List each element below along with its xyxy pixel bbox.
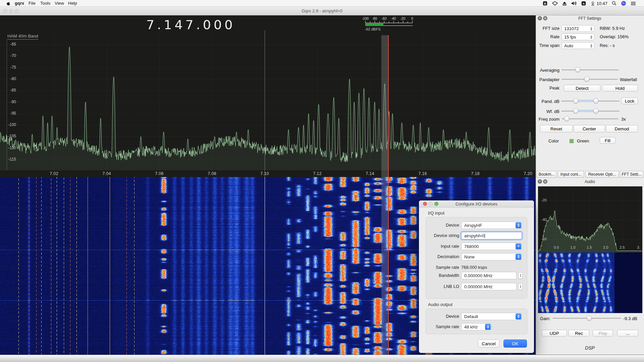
range-low-knob[interactable] bbox=[573, 98, 578, 103]
gain-knob[interactable] bbox=[587, 315, 592, 320]
menu-view[interactable]: View bbox=[55, 1, 64, 6]
dock-tab-bar: Bookm... Input cont... Receiver Opti... … bbox=[536, 171, 644, 178]
input-rate-value: 768000 bbox=[464, 244, 479, 249]
dbfs-tick-label: -40 bbox=[389, 17, 398, 20]
pandapter-waterfall-split-slider[interactable] bbox=[561, 76, 618, 82]
device-label: Device bbox=[426, 222, 459, 229]
pandapter-db-range-slider[interactable] bbox=[561, 98, 620, 104]
stepper-icon[interactable] bbox=[589, 43, 593, 48]
tab-bookmarks[interactable]: Bookm... bbox=[537, 171, 556, 178]
wf-db-label: Wf. dB bbox=[536, 108, 559, 115]
color-value[interactable]: Green bbox=[577, 138, 589, 144]
demod-button[interactable]: Demod bbox=[606, 125, 638, 132]
input-rate-combo[interactable]: 768000 bbox=[461, 243, 522, 250]
volume-icon[interactable] bbox=[571, 1, 577, 6]
clock[interactable]: 10:47 bbox=[591, 1, 607, 6]
more-button[interactable]: ... bbox=[617, 330, 638, 337]
audio-dock-header[interactable]: × Audio bbox=[536, 179, 644, 185]
tab-input-controls[interactable]: Input cont... bbox=[558, 171, 584, 178]
center-button[interactable]: Center bbox=[574, 125, 605, 132]
range-high-knob[interactable] bbox=[593, 98, 598, 103]
averaging-slider-knob[interactable] bbox=[575, 67, 580, 72]
panadapter-spectrum[interactable]: 7.147.000 HAM 40m Band -100-80-60-40-200… bbox=[0, 15, 536, 177]
x-axis-tick: 7.20 bbox=[518, 171, 536, 176]
device-select[interactable]: AirspyHF bbox=[461, 222, 522, 229]
reset-button[interactable]: Reset bbox=[540, 125, 573, 132]
output-device-select[interactable]: Default bbox=[461, 313, 522, 320]
decimation-select[interactable]: None bbox=[461, 253, 522, 260]
fft-settings-header[interactable]: × FFT Settings bbox=[536, 15, 644, 21]
menu-tools[interactable]: Tools bbox=[40, 1, 50, 6]
peak-hold-button[interactable]: Hold bbox=[602, 85, 638, 92]
color-swatch bbox=[570, 139, 574, 143]
fft-size-select[interactable]: 131072 bbox=[561, 25, 594, 32]
stepper-icon[interactable] bbox=[589, 26, 593, 31]
menu-file[interactable]: File bbox=[29, 1, 36, 6]
dialog-titlebar[interactable]: Configure I/O devices bbox=[419, 200, 534, 207]
dc-spike-line bbox=[265, 30, 265, 177]
stepper-icon[interactable] bbox=[516, 313, 521, 319]
window-titlebar[interactable]: Gqrx 2.9 - airspyhf=0 bbox=[0, 7, 644, 15]
rec-button[interactable]: Rec bbox=[569, 330, 589, 337]
audio-spectrum-canvas[interactable] bbox=[538, 186, 642, 252]
cancel-button[interactable]: Cancel bbox=[478, 340, 499, 348]
decimation-value: None bbox=[464, 254, 475, 260]
menu-help[interactable]: Help bbox=[68, 1, 77, 6]
menu-list-icon[interactable] bbox=[631, 1, 636, 6]
siri-icon[interactable] bbox=[621, 1, 626, 6]
range-low-knob[interactable] bbox=[573, 108, 578, 113]
stepper-icon[interactable] bbox=[589, 35, 593, 40]
freq-zoom-knob[interactable] bbox=[564, 116, 569, 121]
bandwidth-input[interactable]: 0.000000 MHz bbox=[461, 272, 517, 279]
menu-app-name[interactable]: gqrx bbox=[15, 1, 24, 6]
fill-button[interactable]: Fill bbox=[600, 137, 615, 144]
x-axis-tick: 7.02 bbox=[44, 171, 64, 176]
input-rate-label: Input rate bbox=[426, 243, 459, 250]
udp-button[interactable]: UDP bbox=[542, 330, 567, 337]
stepper-icon[interactable] bbox=[485, 324, 491, 330]
peak-detect-button[interactable]: Detect bbox=[564, 85, 600, 92]
lnb-lo-input[interactable]: 0.000000 MHz bbox=[461, 283, 517, 290]
stepper-icon[interactable] bbox=[516, 222, 521, 228]
lock-button[interactable]: Lock bbox=[621, 98, 638, 104]
ok-button[interactable]: OK bbox=[503, 340, 527, 348]
play-button[interactable]: Play bbox=[593, 330, 613, 337]
rate-select[interactable]: 15 fps bbox=[561, 34, 594, 40]
pandapter-label: Pandapter bbox=[536, 76, 559, 83]
tab-receiver-options[interactable]: Receiver Opti... bbox=[585, 171, 619, 178]
right-dock-panel: × FFT Settings FFT size 131072 RBW: 5.9 … bbox=[536, 15, 644, 362]
audio-gain-slider[interactable] bbox=[552, 315, 621, 321]
output-rate-label: Sample rate bbox=[426, 323, 459, 330]
stepper-icon[interactable] bbox=[516, 254, 521, 260]
tuned-frequency-line[interactable] bbox=[388, 35, 389, 355]
averaging-slider[interactable] bbox=[561, 67, 619, 72]
audio-x-tick: 2.5 bbox=[618, 245, 627, 249]
audio-x-tick: 1.5 bbox=[585, 245, 594, 249]
waterfall-db-range-slider[interactable] bbox=[561, 108, 620, 114]
spectrum-canvas[interactable] bbox=[0, 15, 536, 177]
eject-icon[interactable] bbox=[562, 1, 567, 6]
frequency-display[interactable]: 7.147.000 bbox=[146, 17, 235, 32]
audio-fft-display[interactable]: -20-40-600.51.01.52.02.53. bbox=[538, 186, 642, 313]
dropdown-icon[interactable] bbox=[516, 243, 521, 249]
apple-menu-icon[interactable] bbox=[6, 1, 11, 7]
output-rate-select[interactable]: 48 kHz bbox=[461, 323, 491, 330]
freq-zoom-slider[interactable] bbox=[562, 116, 619, 121]
output-device-label: Device bbox=[426, 313, 459, 320]
input-source-a-icon[interactable]: A bbox=[581, 1, 586, 6]
b-app-icon[interactable]: B bbox=[543, 1, 548, 6]
y-axis-tick: -70 bbox=[3, 53, 16, 58]
device-string-input[interactable]: airspyhf=0 bbox=[461, 232, 522, 239]
time-span-select[interactable]: Auto bbox=[561, 42, 594, 49]
y-axis-tick: -65 bbox=[3, 42, 16, 47]
spinner-icon[interactable] bbox=[518, 283, 523, 290]
demod-filter-band[interactable] bbox=[381, 35, 388, 355]
tab-fft-settings[interactable]: FFT Setti... bbox=[620, 171, 643, 178]
split-slider-knob[interactable] bbox=[584, 76, 589, 81]
output-device-value: Default bbox=[464, 314, 478, 319]
search-icon[interactable] bbox=[612, 1, 616, 6]
spinner-icon[interactable] bbox=[518, 272, 523, 279]
diamond-icon[interactable] bbox=[552, 1, 558, 6]
audio-waterfall-canvas[interactable] bbox=[538, 252, 642, 313]
range-high-knob[interactable] bbox=[593, 108, 598, 113]
